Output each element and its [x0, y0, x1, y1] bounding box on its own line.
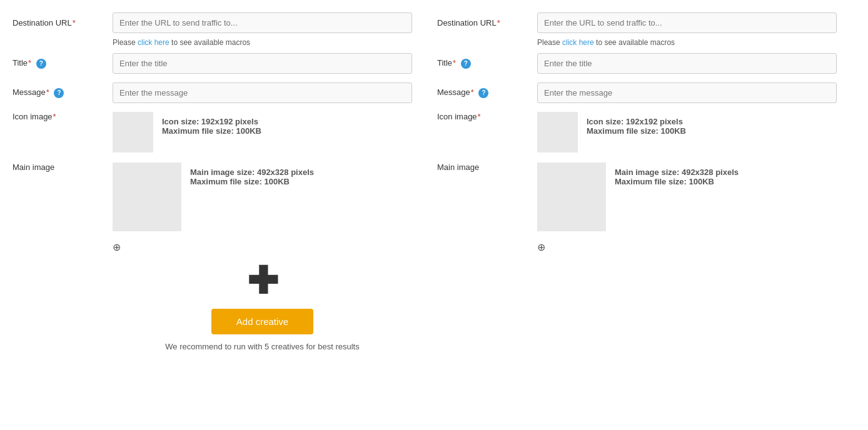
left-main-image-placeholder[interactable] [113, 162, 181, 231]
right-main-image-label: Main image [437, 162, 537, 172]
left-message-required: * [46, 88, 49, 97]
right-macro-suffix: to see available macros [594, 38, 675, 47]
left-icon-image-label-text: Icon image [13, 112, 53, 121]
right-macro-link[interactable]: click here [562, 38, 594, 47]
left-column: Destination URL* Please click here to se… [13, 12, 431, 351]
left-destination-url-row: Destination URL* [13, 12, 412, 33]
left-title-input[interactable] [113, 53, 412, 74]
add-creative-section: ✚ Add creative We recommend to run with … [113, 262, 412, 351]
left-title-label-text: Title [13, 58, 28, 68]
right-icon-image-row: Icon image* Icon size: 192x192 pixels Ma… [437, 112, 837, 152]
right-icon-size-text: Icon size: 192x192 pixels [587, 117, 683, 126]
right-macro-prefix: Please [537, 38, 562, 47]
right-icon-max-text: Maximum file size: 100KB [587, 126, 686, 136]
left-message-input[interactable] [113, 82, 412, 103]
right-message-input-wrapper [537, 82, 837, 103]
left-destination-url-required: * [73, 18, 76, 28]
left-title-row: Title* ? [13, 53, 412, 74]
left-message-input-wrapper [113, 82, 412, 103]
right-icon-image-info: Icon size: 192x192 pixels Maximum file s… [587, 112, 686, 136]
right-main-image-label-text: Main image [437, 162, 479, 172]
add-creative-button[interactable]: Add creative [211, 309, 313, 334]
right-message-row: Message* ? [437, 82, 837, 103]
right-icon-image-placeholder[interactable] [537, 112, 578, 152]
right-message-label: Message* ? [437, 88, 537, 98]
right-title-help-icon[interactable]: ? [461, 59, 471, 69]
right-title-label-text: Title [437, 58, 452, 68]
left-icon-max-text: Maximum file size: 100KB [162, 126, 261, 136]
left-main-image-row: Main image Main image size: 492x328 pixe… [13, 162, 412, 231]
left-icon-image-placeholder[interactable] [113, 112, 153, 152]
left-title-help-icon[interactable]: ? [36, 59, 46, 69]
right-main-image-row: Main image Main image size: 492x328 pixe… [437, 162, 837, 231]
left-main-image-label-text: Main image [13, 162, 54, 172]
right-main-image-info: Main image size: 492x328 pixels Maximum … [615, 162, 739, 186]
right-destination-url-row: Destination URL* [437, 12, 837, 33]
left-destination-url-label: Destination URL* [13, 18, 113, 28]
right-main-image-placeholder[interactable] [537, 162, 606, 231]
left-message-row: Message* ? [13, 82, 412, 103]
right-title-input[interactable] [537, 53, 837, 74]
left-main-image-label: Main image [13, 162, 113, 172]
right-title-label: Title* ? [437, 58, 537, 69]
right-title-input-wrapper [537, 53, 837, 74]
right-message-label-text: Message [437, 88, 470, 97]
left-title-input-wrapper [113, 53, 412, 74]
right-main-size-text: Main image size: 492x328 pixels [615, 168, 739, 177]
left-icon-image-required: * [53, 112, 56, 121]
left-main-max-text: Maximum file size: 100KB [190, 177, 290, 186]
left-main-size-text: Main image size: 492x328 pixels [190, 168, 314, 177]
right-message-input[interactable] [537, 82, 837, 103]
right-title-required: * [453, 58, 456, 68]
left-destination-url-input-wrapper [113, 12, 412, 33]
right-settings-icon[interactable]: ⊕ [537, 241, 550, 254]
right-destination-url-required: * [497, 18, 500, 28]
right-icon-image-label: Icon image* [437, 112, 537, 121]
left-icon-image-label: Icon image* [13, 112, 113, 121]
right-destination-url-input[interactable] [537, 12, 837, 33]
left-title-required: * [28, 58, 31, 68]
recommend-text: We recommend to run with 5 creatives for… [165, 342, 359, 351]
left-macro-text: Please click here to see available macro… [113, 38, 412, 47]
left-icon-size-text: Icon size: 192x192 pixels [162, 117, 258, 126]
right-icon-image-label-text: Icon image [437, 112, 477, 121]
right-main-max-text: Maximum file size: 100KB [615, 177, 714, 186]
left-main-image-info: Main image size: 492x328 pixels Maximum … [190, 162, 314, 186]
right-message-required: * [471, 88, 474, 97]
right-icon-image-required: * [478, 112, 481, 121]
left-icon-image-info: Icon size: 192x192 pixels Maximum file s… [162, 112, 261, 136]
right-destination-url-label-text: Destination URL [437, 18, 497, 28]
right-title-row: Title* ? [437, 53, 837, 74]
left-destination-url-label-text: Destination URL [13, 18, 72, 28]
left-message-help-icon[interactable]: ? [54, 88, 64, 98]
left-icon-image-row: Icon image* Icon size: 192x192 pixels Ma… [13, 112, 412, 152]
right-message-help-icon[interactable]: ? [478, 88, 488, 98]
right-destination-url-label: Destination URL* [437, 18, 537, 28]
left-settings-icon[interactable]: ⊕ [113, 241, 125, 254]
add-creative-plus-icon[interactable]: ✚ [247, 262, 278, 300]
left-macro-link[interactable]: click here [138, 38, 169, 47]
right-column: Destination URL* Please click here to se… [437, 12, 855, 351]
right-destination-url-input-wrapper [537, 12, 837, 33]
left-macro-suffix: to see available macros [169, 38, 250, 47]
left-message-label: Message* ? [13, 88, 113, 98]
left-macro-prefix: Please [113, 38, 138, 47]
right-macro-text: Please click here to see available macro… [537, 38, 837, 47]
left-message-label-text: Message [13, 88, 46, 97]
left-destination-url-input[interactable] [113, 12, 412, 33]
main-layout: Destination URL* Please click here to se… [13, 12, 855, 351]
left-title-label: Title* ? [13, 58, 113, 69]
